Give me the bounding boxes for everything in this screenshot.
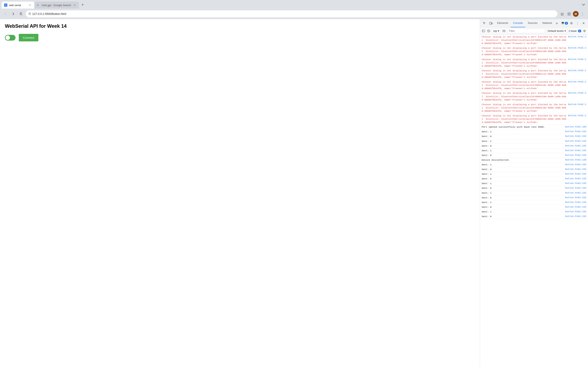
console-source-link[interactable]: button.html:1 (568, 69, 586, 72)
address-input[interactable] (32, 12, 555, 16)
console-source-link[interactable]: button.html:152 (565, 144, 586, 147)
console-source-link[interactable]: button.html:1 (568, 114, 586, 117)
tab-bar: S web serial × G chat gpt - Google Searc… (0, 0, 588, 8)
tab-webserial[interactable]: S web serial × (2, 2, 34, 8)
console-eye-button[interactable] (502, 28, 506, 34)
devtools-close-button[interactable]: ✕ (581, 20, 586, 26)
console-source-link[interactable]: button.html:152 (565, 154, 586, 156)
console-entry: Chooser dialog is not displaying a port … (480, 102, 588, 114)
console-entry: Device disconnected.button.html:120 (480, 158, 588, 162)
console-source-link[interactable]: button.html:1 (568, 92, 586, 94)
svg-rect-8 (570, 14, 571, 15)
console-source-link[interactable]: button.html:152 (565, 149, 586, 152)
menu-button[interactable]: ⋮ (579, 11, 586, 17)
more-tabs-button[interactable]: » (554, 21, 559, 25)
console-entry: Sent: 1button.html:152 (480, 172, 588, 176)
console-source-link[interactable]: button.html:1 (568, 103, 586, 106)
console-source-link[interactable]: button.html:152 (565, 187, 586, 189)
tab-close-webserial[interactable]: × (28, 3, 32, 7)
console-source-link[interactable]: button.html:152 (565, 163, 586, 166)
console-gear-button[interactable]: ⚙ (582, 28, 586, 34)
console-source-link[interactable]: button.html:120 (565, 158, 586, 161)
console-source-link[interactable]: button.html:152 (565, 206, 586, 208)
device-mode-icon[interactable] (488, 20, 494, 26)
toolbar-icons: M ⋮ (559, 11, 586, 17)
tab-network[interactable]: Network (540, 19, 555, 27)
star-button[interactable] (559, 11, 565, 17)
console-message: Sent: 0 (482, 154, 563, 157)
console-message: Port opened successfully with baud rate … (482, 125, 563, 129)
console-message: Sent: 0 (482, 187, 563, 190)
console-source-link[interactable]: button.html:152 (565, 201, 586, 203)
console-source-link[interactable]: button.html:103 (565, 125, 586, 128)
tab-sources[interactable]: Sources (525, 19, 540, 27)
toggle-switch[interactable] (5, 35, 16, 41)
levels-dropdown[interactable]: Default levels ▾ (546, 29, 567, 33)
devtools-right-icons: 🖥️ 1 ⚙ ⋮ ✕ (561, 20, 586, 26)
console-message: Device disconnected. (482, 158, 563, 162)
console-message: Sent: 1 (482, 140, 563, 143)
tab-console[interactable]: Console (511, 19, 525, 27)
top-context-selector[interactable]: top ▾ (492, 29, 501, 33)
levels-label: Default levels (548, 29, 564, 33)
console-source-link[interactable]: button.html:152 (565, 140, 586, 142)
console-output[interactable]: Chooser dialog is not displaying a port … (480, 35, 588, 367)
console-source-link[interactable]: button.html:152 (565, 196, 586, 199)
console-source-link[interactable]: button.html:152 (565, 135, 586, 137)
console-source-link[interactable]: button.html:152 (565, 210, 586, 213)
console-clear-button[interactable] (487, 28, 491, 34)
console-message: Chooser dialog is not displaying a port … (482, 103, 566, 113)
console-message: Sent: 0 (482, 168, 563, 171)
console-message: Sent: 1 (482, 163, 563, 166)
extensions-button[interactable] (566, 11, 572, 17)
tab-overflow-button[interactable] (581, 2, 586, 8)
inspect-element-icon[interactable] (482, 20, 487, 26)
console-source-link[interactable]: button.html:152 (565, 173, 586, 175)
console-message: Chooser dialog is not displaying a port … (482, 35, 566, 45)
console-entry: Chooser dialog is not displaying a port … (480, 91, 588, 102)
devtools-more-button[interactable]: ⋮ (575, 20, 580, 26)
address-bar: M ⋮ (0, 8, 588, 19)
console-source-link[interactable]: button.html:1 (568, 47, 586, 49)
tab-chatgpt[interactable]: G chat gpt - Google Search × (34, 2, 79, 8)
forward-button[interactable] (10, 11, 16, 17)
console-count-badge: 1 (565, 22, 568, 25)
console-message: Sent: 1 (482, 173, 563, 176)
console-source-link[interactable]: button.html:1 (568, 58, 586, 60)
back-button[interactable] (2, 11, 9, 17)
svg-rect-3 (29, 13, 31, 15)
console-message: Sent: 1 (482, 182, 563, 185)
console-source-link[interactable]: button.html:152 (565, 192, 586, 194)
console-source-link[interactable]: button.html:1 (568, 80, 586, 83)
console-entry: Port opened successfully with baud rate … (480, 125, 588, 129)
console-entry: Chooser dialog is not displaying a port … (480, 114, 588, 125)
reload-button[interactable] (18, 11, 24, 17)
tab-elements[interactable]: Elements (495, 19, 511, 27)
console-filter-input[interactable] (507, 29, 545, 33)
profile-button[interactable]: M (573, 11, 579, 17)
devtools-settings-button[interactable]: ⚙ (568, 20, 574, 26)
console-entry: Sent: 1button.html:152 (480, 162, 588, 167)
console-source-link[interactable]: button.html:152 (565, 177, 586, 180)
devtools-tabs: Elements Console Sources Network » (495, 19, 561, 27)
svg-rect-10 (492, 23, 493, 24)
svg-text:G: G (37, 4, 39, 6)
console-source-link[interactable]: button.html:152 (565, 215, 586, 217)
tab-favicon-webserial: S (4, 3, 7, 7)
tab-close-chatgpt[interactable]: × (73, 3, 77, 7)
console-sidebar-button[interactable] (482, 28, 485, 34)
console-message: Chooser dialog is not displaying a port … (482, 69, 566, 79)
address-bar-input-wrap[interactable] (26, 10, 557, 17)
console-message: Chooser dialog is not displaying a port … (482, 80, 566, 90)
connect-button[interactable]: Connect (19, 34, 38, 42)
console-message: Sent: 1 (482, 210, 563, 213)
console-message: Sent: 1 (482, 130, 563, 133)
console-source-link[interactable]: button.html:1 (568, 35, 586, 38)
levels-dropdown-icon: ▾ (564, 29, 566, 33)
console-source-link[interactable]: button.html:152 (565, 168, 586, 170)
console-entry: Sent: 0button.html:152 (480, 176, 588, 181)
console-source-link[interactable]: button.html:152 (565, 130, 586, 133)
console-source-link[interactable]: button.html:152 (565, 182, 586, 184)
tab-label-webserial: web serial (9, 4, 26, 7)
new-tab-button[interactable]: + (80, 2, 86, 8)
